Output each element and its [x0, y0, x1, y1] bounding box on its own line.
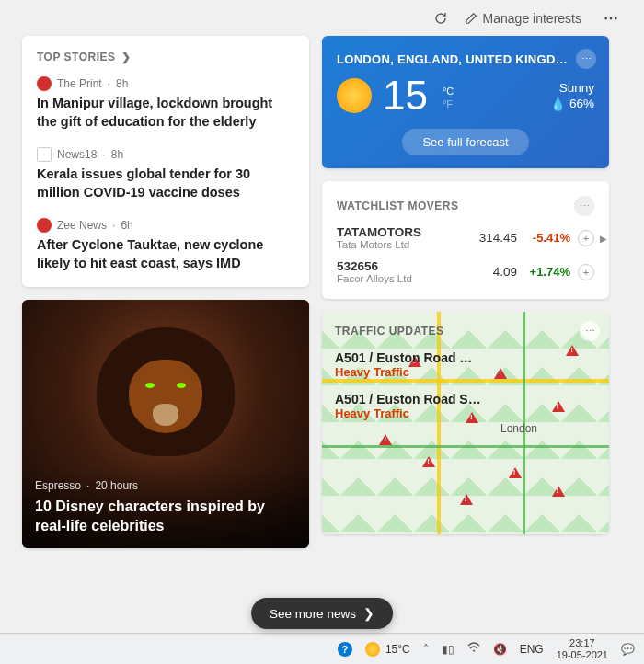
story-title: In Manipur village, lockdown brought the… — [37, 95, 294, 131]
feature-title: 10 Disney characters inspired by real-li… — [35, 498, 296, 536]
stock-change: +1.74% — [517, 265, 570, 279]
taskbar-clock[interactable]: 23:17 19-05-2021 — [557, 637, 608, 659]
add-stock-icon[interactable]: + — [578, 264, 594, 280]
see-more-news-button[interactable]: See more news ❯ — [251, 598, 393, 629]
traffic-item[interactable]: A501 / Euston Road S… Heavy Traffic — [335, 392, 596, 420]
weather-temp: 15 — [383, 75, 428, 116]
feature-age: 20 hours — [95, 479, 138, 492]
story-source: Zee News — [57, 219, 107, 232]
traffic-status: Heavy Traffic — [335, 406, 596, 420]
feature-source: Espresso — [35, 479, 81, 492]
manage-interests-label: Manage interests — [483, 11, 581, 26]
stock-symbol: 532656 — [337, 259, 464, 273]
stock-price: 4.09 — [464, 265, 517, 279]
story-item[interactable]: Zee News · 6h After Cyclone Tauktae, new… — [37, 218, 294, 272]
weather-condition: Sunny — [550, 81, 594, 95]
notifications-icon[interactable]: 💬 — [621, 643, 635, 656]
see-forecast-button[interactable]: See full forecast — [402, 129, 528, 155]
story-age: 8h — [111, 148, 123, 161]
taskbar-lang[interactable]: ENG — [520, 643, 544, 656]
traffic-alert-icon — [509, 467, 522, 478]
tray-up-icon[interactable]: ˄ — [423, 643, 429, 656]
source-badge-icon — [37, 218, 52, 233]
stock-row[interactable]: TATAMOTORS Tata Motors Ltd 314.45 -5.41%… — [337, 225, 594, 250]
story-item[interactable]: The Print · 8h In Manipur village, lockd… — [37, 76, 294, 131]
source-badge-icon — [37, 147, 52, 162]
droplet-icon: 💧 — [550, 97, 566, 111]
chevron-right-icon: ❯ — [121, 51, 132, 63]
story-age: 8h — [116, 77, 128, 90]
traffic-card[interactable]: ⋯ TRAFFIC UPDATES A501 / Euston Road … H… — [322, 312, 609, 534]
weather-humidity: 66% — [569, 97, 594, 110]
map-city-label: London — [500, 422, 537, 435]
traffic-more-icon[interactable]: ⋯ — [580, 321, 600, 341]
story-title: Kerala issues global tender for 30 milli… — [37, 166, 294, 201]
traffic-alert-icon — [552, 486, 565, 497]
taskbar: ? 15°C ˄ ▮▯ 🔇 ENG 23:17 19-05-2021 💬 — [0, 633, 644, 664]
manage-interests-button[interactable]: Manage interests — [465, 11, 581, 26]
stock-symbol: TATAMOTORS — [337, 225, 464, 239]
unit-fahrenheit[interactable]: °F — [443, 98, 454, 109]
watchlist-more-icon[interactable]: ⋯ — [574, 196, 594, 216]
stock-name: Facor Alloys Ltd — [337, 273, 464, 284]
stock-row[interactable]: 532656 Facor Alloys Ltd 4.09 +1.74% + — [337, 259, 594, 284]
story-source: The Print — [57, 77, 102, 90]
stock-name: Tata Motors Ltd — [337, 239, 464, 250]
story-title: After Cyclone Tauktae, new cyclone likel… — [37, 236, 294, 272]
stock-change: -5.41% — [517, 231, 570, 245]
battery-icon[interactable]: ▮▯ — [442, 643, 454, 656]
sun-icon — [365, 642, 380, 657]
wifi-icon[interactable] — [467, 642, 480, 656]
feature-story-card[interactable]: Espresso · 20 hours 10 Disney characters… — [22, 300, 309, 548]
traffic-alert-icon — [460, 494, 473, 505]
top-stories-heading[interactable]: TOP STORIES ❯ — [37, 51, 294, 63]
watchlist-next-icon[interactable]: ▶ — [600, 233, 607, 243]
traffic-alert-icon — [379, 434, 392, 445]
top-stories-card: TOP STORIES ❯ The Print · 8h In Manipur … — [22, 36, 309, 287]
sun-icon — [337, 78, 372, 113]
traffic-status: Heavy Traffic — [335, 365, 596, 379]
weather-location: LONDON, ENGLAND, UNITED KINGD… — [337, 52, 594, 66]
traffic-route: A501 / Euston Road … — [335, 350, 596, 365]
chevron-right-icon: ❯ — [363, 606, 374, 621]
help-icon[interactable]: ? — [338, 642, 352, 657]
traffic-heading: TRAFFIC UPDATES — [335, 325, 596, 338]
story-item[interactable]: News18 · 8h Kerala issues global tender … — [37, 147, 294, 201]
traffic-alert-icon — [422, 456, 435, 467]
volume-icon[interactable]: 🔇 — [493, 643, 507, 656]
traffic-item[interactable]: A501 / Euston Road … Heavy Traffic — [335, 350, 596, 379]
stock-price: 314.45 — [464, 231, 517, 245]
source-badge-icon — [37, 76, 52, 91]
watchlist-card: WATCHLIST MOVERS ⋯ TATAMOTORS Tata Motor… — [322, 181, 609, 299]
traffic-route: A501 / Euston Road S… — [335, 392, 596, 406]
header-more-icon[interactable]: ⋯ — [598, 9, 626, 27]
unit-celsius[interactable]: °C — [443, 86, 454, 97]
add-stock-icon[interactable]: + — [578, 230, 594, 246]
refresh-icon[interactable] — [433, 11, 448, 26]
story-source: News18 — [57, 148, 97, 161]
weather-card[interactable]: ⋯ LONDON, ENGLAND, UNITED KINGD… 15 °C °… — [322, 36, 609, 168]
taskbar-weather[interactable]: 15°C — [365, 642, 410, 657]
watchlist-heading[interactable]: WATCHLIST MOVERS — [337, 200, 458, 212]
story-age: 6h — [121, 219, 132, 232]
weather-more-icon[interactable]: ⋯ — [576, 49, 596, 69]
